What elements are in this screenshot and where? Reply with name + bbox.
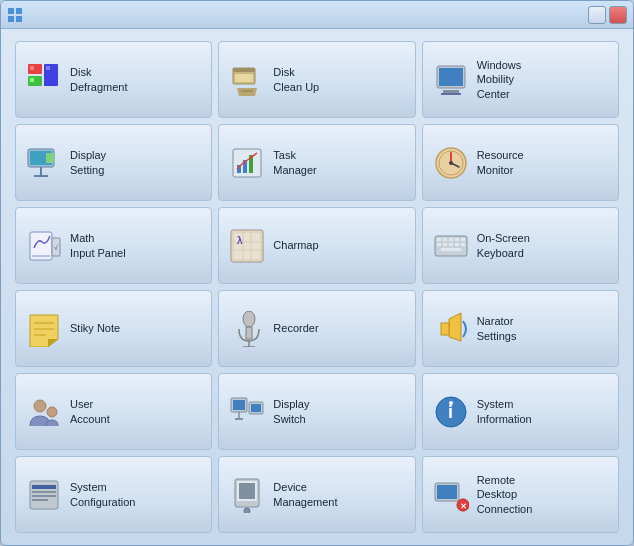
recorder-icon	[227, 309, 267, 349]
svg-rect-64	[441, 323, 449, 335]
system-information-icon: i	[431, 392, 471, 432]
device-management-icon	[227, 475, 267, 515]
tile-recorder[interactable]: Recorder	[218, 290, 415, 367]
close-button[interactable]	[609, 6, 627, 24]
svg-rect-15	[439, 68, 463, 86]
charmap-label: Charmap	[273, 238, 318, 252]
display-switch-icon	[227, 392, 267, 432]
tile-disk-defragment[interactable]: Disk Defragment	[15, 41, 212, 118]
tile-narrator-settings[interactable]: Narator Settings	[422, 290, 619, 367]
windows-mobility-icon	[431, 60, 471, 100]
svg-rect-80	[32, 499, 48, 501]
svg-rect-48	[437, 243, 441, 246]
svg-point-59	[243, 311, 255, 327]
svg-text:√: √	[54, 244, 58, 251]
tile-device-management[interactable]: Device Management	[218, 456, 415, 533]
narrator-settings-icon	[431, 309, 471, 349]
disk-defragment-icon	[24, 60, 64, 100]
user-account-icon	[24, 392, 64, 432]
tile-system-information[interactable]: i System Information	[422, 373, 619, 450]
svg-rect-72	[235, 418, 243, 420]
svg-rect-1	[16, 8, 22, 14]
resource-monitor-label: Resource Monitor	[477, 148, 524, 177]
svg-rect-45	[449, 238, 453, 241]
sticky-note-label: Stiky Note	[70, 321, 120, 335]
svg-rect-47	[461, 238, 465, 241]
task-manager-label: Task Manager	[273, 148, 316, 177]
disk-cleanup-icon	[227, 60, 267, 100]
onscreen-keyboard-icon	[431, 226, 471, 266]
tile-task-manager[interactable]: Task Manager	[218, 124, 415, 201]
svg-marker-63	[449, 313, 461, 341]
svg-rect-8	[30, 78, 34, 82]
svg-rect-51	[455, 243, 459, 246]
tile-disk-cleanup[interactable]: Disk Clean Up	[218, 41, 415, 118]
svg-point-84	[244, 508, 250, 513]
window-icon	[7, 7, 23, 23]
resource-monitor-icon	[431, 143, 471, 183]
title-bar-left	[7, 7, 29, 23]
svg-rect-17	[441, 93, 461, 95]
svg-rect-79	[32, 495, 56, 497]
svg-rect-83	[239, 483, 255, 499]
tile-user-account[interactable]: User Account	[15, 373, 212, 450]
device-management-label: Device Management	[273, 480, 337, 509]
tile-system-configuration[interactable]: System Configuration	[15, 456, 212, 533]
tile-math-input[interactable]: √ Math Input Panel	[15, 207, 212, 284]
svg-rect-0	[8, 8, 14, 14]
svg-text:λ: λ	[237, 235, 243, 246]
tile-remote-desktop[interactable]: ✕ Remote Desktop Connection	[422, 456, 619, 533]
title-bar	[1, 1, 633, 29]
svg-text:✕: ✕	[460, 502, 467, 511]
tile-windows-mobility[interactable]: Windows Mobility Center	[422, 41, 619, 118]
onscreen-keyboard-label: On-Screen Keyboard	[477, 231, 530, 260]
remote-desktop-icon: ✕	[431, 475, 471, 515]
svg-rect-7	[30, 66, 34, 70]
svg-rect-50	[449, 243, 453, 246]
svg-rect-60	[246, 327, 252, 339]
task-manager-icon	[227, 143, 267, 183]
display-switch-label: Display Switch	[273, 397, 309, 426]
tile-resource-monitor[interactable]: Resource Monitor	[422, 124, 619, 201]
svg-point-66	[47, 407, 57, 417]
tile-display-setting[interactable]: Display Setting	[15, 124, 212, 201]
tile-onscreen-keyboard[interactable]: On-Screen Keyboard	[422, 207, 619, 284]
svg-rect-70	[251, 404, 261, 412]
svg-rect-44	[443, 238, 447, 241]
svg-rect-86	[437, 485, 457, 499]
svg-rect-12	[235, 74, 253, 82]
display-setting-label: Display Setting	[70, 148, 106, 177]
narrator-settings-label: Narator Settings	[477, 314, 517, 343]
svg-rect-2	[8, 16, 14, 22]
svg-rect-22	[46, 153, 54, 163]
svg-rect-21	[34, 175, 48, 177]
svg-rect-68	[233, 400, 245, 410]
svg-rect-11	[233, 68, 255, 72]
main-window: Disk Defragment Disk Clean Up Windows Mo…	[0, 0, 634, 546]
help-button[interactable]	[588, 6, 606, 24]
windows-mobility-label: Windows Mobility Center	[477, 58, 522, 101]
svg-rect-13	[241, 90, 253, 92]
sticky-note-icon	[24, 309, 64, 349]
svg-rect-35	[231, 230, 263, 262]
charmap-icon: λ	[227, 226, 267, 266]
svg-rect-52	[461, 243, 465, 246]
tile-sticky-note[interactable]: Stiky Note	[15, 290, 212, 367]
svg-rect-3	[16, 16, 22, 22]
svg-text:i: i	[448, 402, 453, 422]
title-bar-buttons	[588, 6, 627, 24]
svg-rect-53	[441, 248, 461, 251]
disk-defragment-label: Disk Defragment	[70, 65, 127, 94]
system-configuration-label: System Configuration	[70, 480, 135, 509]
display-setting-icon	[24, 143, 64, 183]
tile-display-switch[interactable]: Display Switch	[218, 373, 415, 450]
svg-rect-16	[443, 90, 459, 93]
svg-rect-49	[443, 243, 447, 246]
user-account-label: User Account	[70, 397, 110, 426]
remote-desktop-label: Remote Desktop Connection	[477, 473, 533, 516]
math-input-icon: √	[24, 226, 64, 266]
svg-rect-46	[455, 238, 459, 241]
math-input-label: Math Input Panel	[70, 231, 126, 260]
disk-cleanup-label: Disk Clean Up	[273, 65, 319, 94]
tile-charmap[interactable]: λ Charmap	[218, 207, 415, 284]
